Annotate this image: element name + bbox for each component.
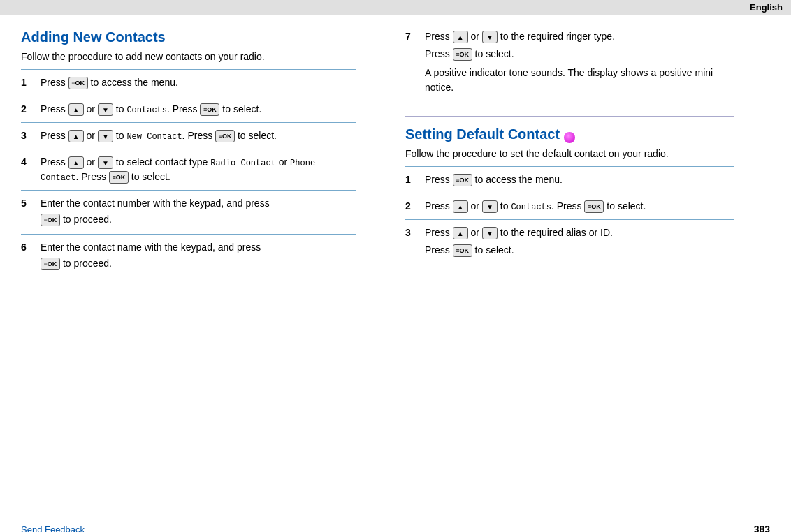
- right-step-3-num: 3: [405, 226, 425, 238]
- page-number: 383: [754, 524, 770, 532]
- step-1-text-b: to access the menu.: [91, 77, 178, 88]
- right-step-3-line2: Press ≡OK to select.: [425, 243, 734, 258]
- right-step-2-text-c: . Press: [551, 200, 584, 212]
- step-7-block: 7 Press ▲ or ▼ to the required ringer ty…: [405, 29, 734, 102]
- step-2-content: Press ▲ or ▼ to Contacts. Press ≡OK to s…: [41, 102, 356, 117]
- menu-ok-btn-r3: ≡OK: [453, 244, 472, 257]
- arrow-up-btn-2: ▲: [68, 103, 84, 116]
- left-section-title: Adding New Contacts: [21, 29, 356, 45]
- arrow-up-btn-r3: ▲: [453, 227, 468, 239]
- step-5-text-b: to proceed.: [63, 214, 112, 225]
- step-2-mono: Contacts: [126, 105, 167, 115]
- step-3-text-b: to: [116, 130, 127, 141]
- step-3-text-a: Press: [41, 130, 68, 141]
- language-label: English: [750, 2, 783, 13]
- step-1-text-a: Press: [41, 77, 68, 88]
- menu-ok-btn-3: ≡OK: [215, 130, 235, 142]
- arrow-up-btn-3: ▲: [68, 130, 84, 142]
- step-7-or: or: [471, 31, 482, 42]
- step-1-num: 1: [21, 75, 41, 88]
- step-5-line1: Enter the contact number with the keypad…: [41, 196, 356, 211]
- menu-ok-btn-r1: ≡OK: [453, 174, 472, 186]
- right-section-intro: Follow the procedure to set the default …: [405, 148, 734, 159]
- left-section-intro: Follow the procedure to add new contacts…: [21, 51, 356, 62]
- right-step-2-content: Press ▲ or ▼ to Contacts. Press ≡OK to s…: [425, 199, 734, 214]
- right-step-2-num: 2: [405, 199, 425, 212]
- right-step-2-text-b: to: [500, 200, 511, 212]
- right-section-title: Setting Default Contact: [405, 126, 560, 142]
- step-3-num: 3: [21, 128, 41, 141]
- right-step-1-text-b: to access the menu.: [475, 174, 563, 185]
- right-step-2-text-d: to select.: [607, 200, 646, 212]
- menu-ok-btn-6: ≡OK: [41, 258, 60, 270]
- menu-ok-btn-5: ≡OK: [41, 214, 60, 226]
- step-2-row: 2 Press ▲ or ▼ to Contacts. Press ≡OK to…: [21, 96, 356, 122]
- step-4-or: or: [87, 156, 98, 168]
- step-3-row: 3 Press ▲ or ▼ to New Contact. Press ≡OK…: [21, 122, 356, 149]
- step-3-content: Press ▲ or ▼ to New Contact. Press ≡OK t…: [41, 128, 356, 143]
- step-7-line1: Press ▲ or ▼ to the required ringer type…: [425, 29, 734, 44]
- right-step-1-content: Press ≡OK to access the menu.: [425, 172, 734, 187]
- step-3-text-d: to select.: [238, 130, 277, 141]
- step-6-num: 6: [21, 240, 41, 253]
- right-section-title-block: Setting Default Contact: [405, 126, 734, 148]
- right-step-3-text-c: to select.: [475, 244, 514, 256]
- right-column: 7 Press ▲ or ▼ to the required ringer ty…: [377, 29, 734, 511]
- step-7-line2: Press ≡OK to select.: [425, 47, 734, 61]
- right-step-3-line1: Press ▲ or ▼ to the required alias or ID…: [425, 226, 734, 240]
- step-6-line2: ≡OK to proceed.: [41, 256, 356, 271]
- step-3-text-c: . Press: [182, 130, 215, 141]
- menu-ok-btn-4: ≡OK: [109, 171, 129, 184]
- arrow-down-btn-4: ▼: [98, 156, 113, 169]
- step-5-num: 5: [21, 196, 41, 209]
- arrow-down-btn-7: ▼: [482, 31, 498, 43]
- step-4-text-d: to select.: [131, 171, 170, 182]
- arrow-up-btn-4: ▲: [68, 156, 84, 169]
- step-2-num: 2: [21, 102, 41, 114]
- step-3-mono: New Contact: [126, 132, 182, 142]
- step-6-text-b: to proceed.: [63, 258, 112, 269]
- menu-ok-btn-2: ≡OK: [200, 103, 219, 116]
- footer: Send Feedback 383: [0, 511, 791, 532]
- step-6-content: Enter the contact name with the keypad, …: [41, 240, 356, 272]
- arrow-down-btn-r3: ▼: [482, 227, 498, 239]
- step-2-text-d: to select.: [222, 103, 261, 114]
- section-divider: [405, 116, 734, 117]
- step-3-or: or: [87, 130, 98, 141]
- step-2-or: or: [87, 103, 98, 114]
- step-7-num: 7: [405, 29, 425, 42]
- step-7-row: 7 Press ▲ or ▼ to the required ringer ty…: [405, 29, 734, 102]
- step-4-text-b: to select contact type: [116, 156, 210, 168]
- right-step-3-text-a: Press: [425, 227, 453, 238]
- pink-lock-icon: [564, 132, 575, 143]
- step-5-content: Enter the contact number with the keypad…: [41, 196, 356, 228]
- arrow-down-btn-3: ▼: [98, 130, 113, 142]
- step-4-mono1: Radio Contact: [210, 158, 276, 168]
- right-step-1-text-a: Press: [425, 174, 453, 185]
- right-step-2-or: or: [471, 200, 482, 212]
- menu-ok-btn-r2: ≡OK: [584, 200, 604, 213]
- top-bar: English: [0, 0, 791, 15]
- right-step-3-press2: Press: [425, 244, 453, 256]
- right-step-1-num: 1: [405, 172, 425, 185]
- left-column: Adding New Contacts Follow the procedure…: [21, 29, 377, 511]
- arrow-up-btn-7: ▲: [453, 31, 468, 43]
- arrow-down-btn-r2: ▼: [482, 200, 498, 213]
- step-4-or2: or: [276, 156, 290, 168]
- step-7-text-b: to the required ringer type.: [500, 31, 615, 42]
- step-4-text-a: Press: [41, 156, 68, 168]
- arrow-down-btn-2: ▼: [98, 103, 113, 116]
- step-1-row: 1 Press ≡OK to access the menu.: [21, 69, 356, 96]
- right-step-3-content: Press ▲ or ▼ to the required alias or ID…: [425, 226, 734, 259]
- step-6-row: 6 Enter the contact name with the keypad…: [21, 234, 356, 278]
- right-step-2-row: 2 Press ▲ or ▼ to Contacts. Press ≡OK to…: [405, 193, 734, 219]
- step-2-text-b: to: [116, 103, 127, 114]
- step-4-row: 4 Press ▲ or ▼ to select contact type Ra…: [21, 149, 356, 190]
- arrow-up-btn-r2: ▲: [453, 200, 468, 213]
- step-7-press2: Press: [425, 48, 453, 59]
- step-7-content: Press ▲ or ▼ to the required ringer type…: [425, 29, 734, 96]
- right-step-2-text-a: Press: [425, 200, 453, 212]
- send-feedback-link[interactable]: Send Feedback: [21, 524, 85, 533]
- right-step-3-row: 3 Press ▲ or ▼ to the required alias or …: [405, 219, 734, 265]
- step-4-content: Press ▲ or ▼ to select contact type Radi…: [41, 155, 356, 184]
